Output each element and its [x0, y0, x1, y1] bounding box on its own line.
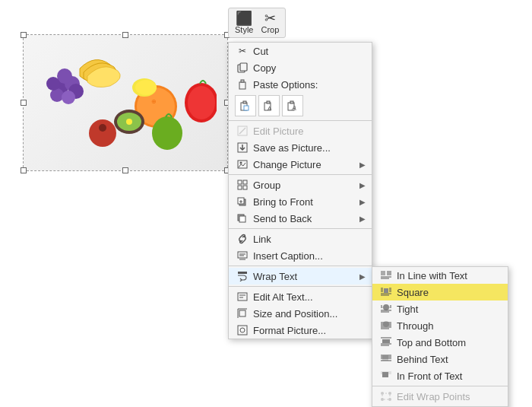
handle-bl[interactable]	[21, 167, 27, 173]
svg-rect-28	[267, 101, 270, 103]
in-front-of-text-label: In Front of Text	[397, 370, 462, 382]
menu-item-change-picture[interactable]: Change Picture ▶	[229, 156, 372, 173]
menu-item-size-and-position[interactable]: Size and Position...	[229, 305, 372, 322]
svg-point-97	[381, 398, 384, 401]
svg-point-95	[381, 392, 384, 395]
submenu-top-and-bottom[interactable]: Top and Bottom	[372, 334, 508, 351]
menu-item-insert-caption[interactable]: Insert Caption...	[229, 247, 372, 264]
separator-4	[229, 266, 372, 266]
send-to-back-arrow: ▶	[359, 215, 366, 223]
crop-button[interactable]: ✂ Crop	[261, 11, 279, 34]
insert-caption-label: Insert Caption...	[253, 250, 323, 262]
svg-rect-23	[241, 80, 244, 82]
paste-btn-1[interactable]	[235, 95, 256, 116]
edit-wrap-points-label: Edit Wrap Points	[397, 391, 470, 402]
menu-item-wrap-text[interactable]: Wrap Text ▶ In Line with Text Square	[229, 268, 372, 285]
behind-text-label: Behind Text	[397, 354, 448, 365]
group-label: Group	[253, 180, 280, 191]
square-wrap-icon	[378, 286, 394, 298]
handle-bm[interactable]	[122, 167, 128, 173]
edit-picture-label: Edit Picture	[253, 126, 303, 137]
submenu-square[interactable]: Square	[372, 284, 508, 300]
svg-point-14	[126, 119, 132, 125]
paste-options-label: Paste Options:	[253, 79, 318, 91]
svg-point-98	[388, 398, 391, 401]
picture-toolbar: ⬛ Style ✂ Crop	[228, 8, 286, 38]
svg-rect-21	[240, 63, 247, 71]
svg-rect-60	[384, 288, 388, 293]
svg-rect-49	[238, 252, 247, 258]
size-and-position-label: Size and Position...	[253, 308, 337, 320]
paste-btn-3[interactable]: A	[282, 95, 303, 116]
submenu-behind-text[interactable]: Behind Text	[372, 351, 508, 367]
menu-item-cut[interactable]: ✂ Cut	[229, 43, 372, 59]
tight-icon	[378, 303, 394, 315]
inline-with-text-label: In Line with Text	[397, 270, 467, 281]
svg-text:A: A	[268, 105, 272, 112]
edit-alt-text-icon	[235, 291, 250, 303]
handle-tm[interactable]	[122, 32, 128, 38]
bring-to-front-label: Bring to Front	[253, 196, 313, 208]
menu-item-group[interactable]: Group ▶	[229, 176, 372, 193]
send-to-back-label: Send to Back	[253, 213, 312, 224]
wrap-text-arrow: ▶	[359, 272, 366, 281]
in-front-of-text-icon	[378, 370, 394, 382]
svg-rect-53	[238, 272, 247, 274]
group-icon	[235, 179, 250, 191]
submenu-in-front-of-text[interactable]: In Front of Text	[372, 367, 508, 384]
handle-ml[interactable]	[21, 100, 27, 106]
copy-label: Copy	[253, 62, 276, 74]
wrap-text-label: Wrap Text	[253, 271, 297, 282]
menu-item-save-as-picture[interactable]: Save as Picture...	[229, 139, 372, 156]
svg-rect-25	[243, 101, 246, 103]
menu-item-edit-picture: Edit Picture	[229, 122, 372, 139]
send-to-back-icon	[235, 212, 250, 224]
menu-item-link[interactable]: Link	[229, 231, 372, 247]
svg-rect-42	[243, 186, 247, 189]
svg-rect-41	[238, 186, 242, 189]
top-and-bottom-label: Top and Bottom	[397, 337, 466, 348]
svg-line-34	[239, 128, 245, 134]
context-menu: ✂ Cut Copy Paste Options: A A Edit Pictu…	[228, 42, 372, 339]
wrap-text-submenu: In Line with Text Square Tight	[372, 266, 508, 407]
menu-item-format-picture[interactable]: Format Picture...	[229, 322, 372, 339]
group-arrow: ▶	[359, 181, 366, 189]
cut-icon: ✂	[235, 45, 250, 57]
size-and-position-icon	[235, 307, 250, 320]
submenu-tight[interactable]: Tight	[372, 300, 508, 317]
format-picture-label: Format Picture...	[253, 325, 326, 336]
svg-rect-22	[239, 82, 245, 89]
paste-btn-2[interactable]: A	[258, 95, 280, 116]
format-picture-icon	[235, 324, 250, 336]
menu-item-send-to-back[interactable]: Send to Back ▶	[229, 210, 372, 227]
submenu-through[interactable]: Through	[372, 317, 508, 334]
svg-point-17	[99, 124, 106, 132]
svg-rect-40	[243, 180, 247, 184]
menu-item-bring-to-front[interactable]: Bring to Front ▶	[229, 193, 372, 210]
svg-point-69	[383, 304, 389, 310]
handle-tl[interactable]	[21, 32, 27, 38]
crop-label: Crop	[261, 25, 279, 34]
svg-rect-104	[239, 310, 245, 316]
svg-rect-54	[381, 271, 385, 275]
change-picture-icon	[235, 158, 250, 170]
submenu-sep-1	[372, 386, 508, 386]
wrap-text-icon	[235, 270, 250, 282]
cut-label: Cut	[253, 46, 268, 57]
edit-alt-text-label: Edit Alt Text...	[253, 291, 313, 303]
svg-rect-107	[238, 326, 247, 335]
submenu-inline-with-text[interactable]: In Line with Text	[372, 267, 508, 284]
paste-options-row: A A	[229, 93, 372, 119]
style-label: Style	[235, 25, 253, 34]
through-icon	[378, 320, 394, 332]
top-and-bottom-icon	[378, 336, 394, 348]
submenu-edit-wrap-points: Edit Wrap Points	[372, 388, 508, 405]
svg-rect-31	[290, 101, 293, 103]
menu-item-edit-alt-text[interactable]: Edit Alt Text...	[229, 288, 372, 305]
square-label: Square	[397, 287, 429, 298]
menu-item-copy[interactable]: Copy	[229, 59, 372, 76]
svg-rect-82	[382, 339, 390, 343]
svg-text:⊕: ⊕	[151, 98, 157, 105]
style-button[interactable]: ⬛ Style	[235, 11, 253, 34]
copy-icon	[235, 62, 250, 74]
